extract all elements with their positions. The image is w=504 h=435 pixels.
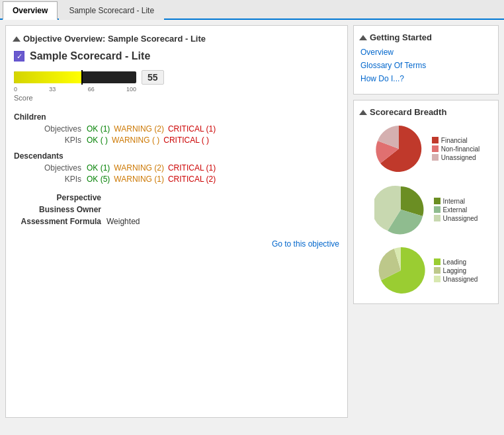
- descendants-objectives-row: Objectives OK (1) WARNING (2) CRITICAL (…: [14, 163, 339, 173]
- pie-chart-internal: [374, 183, 427, 236]
- left-panel-header: Objective Overview: Sample Scorecard - L…: [14, 34, 339, 44]
- legend-color-unassigned-1: [432, 154, 439, 161]
- scorecard-breadth-header: Scorecard Breadth: [360, 107, 491, 117]
- legend-color-external: [434, 206, 441, 213]
- left-panel: Objective Overview: Sample Scorecard - L…: [5, 25, 348, 418]
- chart-group-financial: Financial Non-financial Unassigned: [372, 122, 480, 175]
- legend-label-financial: Financial: [441, 137, 468, 144]
- perspective-label: Perspective: [14, 193, 106, 202]
- tick-33: 33: [49, 86, 56, 93]
- children-objectives-row: Objectives OK (1) WARNING (2) CRITICAL (…: [14, 124, 339, 134]
- attributes-section: Perspective Business Owner Assessment Fo…: [14, 193, 339, 226]
- tick-66: 66: [88, 86, 95, 93]
- right-panel: Getting Started Overview Glossary Of Ter…: [353, 25, 499, 418]
- breadth-title: Scorecard Breadth: [370, 107, 446, 117]
- children-kpis-warning: WARNING ( ): [112, 136, 159, 145]
- assessment-formula-value: Weighted: [106, 217, 140, 226]
- legend-item-external: External: [434, 206, 478, 214]
- scorecard-breadth-card: Scorecard Breadth: [353, 100, 499, 304]
- legend-financial: Financial Non-financial Unassigned: [432, 137, 480, 161]
- tab-bar: Overview Sample Scorecard - Lite: [0, 0, 504, 20]
- legend-color-nonfinancial: [432, 145, 439, 152]
- legend-item-leading: Leading: [434, 258, 478, 266]
- chart-group-leading: Leading Lagging Unassigned: [374, 244, 478, 297]
- desc-kpis-ok: OK (5): [87, 175, 110, 184]
- glossary-link[interactable]: Glossary Of Terms: [360, 61, 491, 70]
- descendants-kpis-label: KPIs: [14, 175, 87, 184]
- children-kpis-critical: CRITICAL ( ): [163, 136, 209, 145]
- scorecard-title: Sample Scorecard - Lite: [30, 50, 150, 62]
- children-obj-ok: OK (1): [87, 124, 110, 134]
- children-obj-warning: WARNING (2): [114, 124, 164, 134]
- children-objectives-label: Objectives: [14, 124, 87, 134]
- desc-kpis-warning: WARNING (1): [114, 175, 164, 184]
- legend-color-unassigned-2: [434, 215, 441, 221]
- legend-label-unassigned-2: Unassigned: [443, 215, 478, 222]
- main-content: Objective Overview: Sample Scorecard - L…: [0, 20, 504, 423]
- business-owner-label: Business Owner: [14, 205, 106, 214]
- children-objectives-values: OK (1) WARNING (2) CRITICAL (1): [87, 124, 216, 134]
- getting-started-title: Getting Started: [370, 32, 432, 42]
- children-kpis-row: KPIs OK ( ) WARNING ( ) CRITICAL ( ): [14, 136, 339, 145]
- assessment-formula-label: Assessment Formula: [14, 217, 106, 226]
- chart-group-internal: Internal External Unassigned: [374, 183, 478, 236]
- desc-obj-critical: CRITICAL (1): [168, 163, 216, 173]
- legend-leading: Leading Lagging Unassigned: [434, 258, 478, 283]
- legend-label-internal: Internal: [443, 198, 465, 205]
- tick-100: 100: [126, 86, 136, 93]
- objective-overview-title: Objective Overview: Sample Scorecard - L…: [23, 34, 206, 44]
- descendants-kpis-row: KPIs OK (5) WARNING (1) CRITICAL (2): [14, 175, 339, 184]
- pie-chart-financial: [372, 122, 425, 175]
- perspective-row: Perspective: [14, 193, 339, 202]
- progress-ticks: 0 33 66 100: [14, 86, 136, 93]
- legend-color-internal: [434, 198, 441, 204]
- legend-color-financial: [432, 137, 439, 143]
- legend-label-unassigned-3: Unassigned: [443, 276, 478, 283]
- legend-item-unassigned-1: Unassigned: [432, 154, 480, 161]
- legend-label-unassigned-1: Unassigned: [441, 154, 476, 161]
- how-do-i-link[interactable]: How Do I...?: [360, 74, 491, 83]
- chart-area: Financial Non-financial Unassigned: [360, 122, 491, 297]
- legend-item-internal: Internal: [434, 198, 478, 205]
- legend-color-unassigned-3: [434, 276, 441, 282]
- getting-started-collapse-icon[interactable]: [359, 35, 367, 40]
- overview-link[interactable]: Overview: [360, 48, 491, 57]
- legend-label-lagging: Lagging: [443, 267, 467, 274]
- tab-scorecard-lite[interactable]: Sample Scorecard - Lite: [59, 1, 164, 20]
- collapse-icon[interactable]: [13, 36, 21, 42]
- legend-color-lagging: [434, 267, 441, 274]
- children-kpis-values: OK ( ) WARNING ( ) CRITICAL ( ): [87, 136, 209, 145]
- descendants-objectives-label: Objectives: [14, 163, 87, 173]
- progress-bar: [14, 71, 136, 83]
- legend-label-nonfinancial: Non-financial: [441, 145, 480, 153]
- breadth-collapse-icon[interactable]: [359, 110, 367, 115]
- score-section: 55 0 33 66 100 Score: [14, 70, 339, 102]
- legend-color-leading: [434, 258, 441, 265]
- tick-0: 0: [14, 86, 17, 93]
- progress-container: 55: [14, 70, 339, 85]
- progress-fill: [14, 71, 81, 83]
- children-kpis-ok: OK ( ): [87, 136, 108, 145]
- pie-chart-leading: [374, 244, 427, 297]
- descendants-objectives-values: OK (1) WARNING (2) CRITICAL (1): [87, 163, 216, 173]
- scorecard-checkbox-icon: ✓: [14, 51, 24, 61]
- score-label: Score: [14, 94, 339, 102]
- legend-item-nonfinancial: Non-financial: [432, 145, 480, 153]
- legend-item-unassigned-3: Unassigned: [434, 276, 478, 283]
- scorecard-title-row: ✓ Sample Scorecard - Lite: [14, 50, 339, 62]
- children-label: Children: [14, 112, 339, 122]
- assessment-formula-row: Assessment Formula Weighted: [14, 217, 339, 226]
- desc-kpis-critical: CRITICAL (2): [168, 175, 216, 184]
- children-obj-critical: CRITICAL (1): [168, 124, 216, 134]
- go-to-objective-link[interactable]: Go to this objective: [14, 239, 339, 249]
- tab-overview[interactable]: Overview: [3, 1, 58, 20]
- desc-obj-ok: OK (1): [87, 163, 110, 173]
- children-section: Children Objectives OK (1) WARNING (2) C…: [14, 112, 339, 184]
- legend-item-unassigned-2: Unassigned: [434, 215, 478, 222]
- score-badge: 55: [142, 70, 164, 85]
- legend-item-lagging: Lagging: [434, 267, 478, 274]
- legend-item-financial: Financial: [432, 137, 480, 144]
- descendants-label: Descendants: [14, 151, 339, 161]
- legend-label-external: External: [443, 206, 468, 214]
- progress-needle: [81, 70, 83, 85]
